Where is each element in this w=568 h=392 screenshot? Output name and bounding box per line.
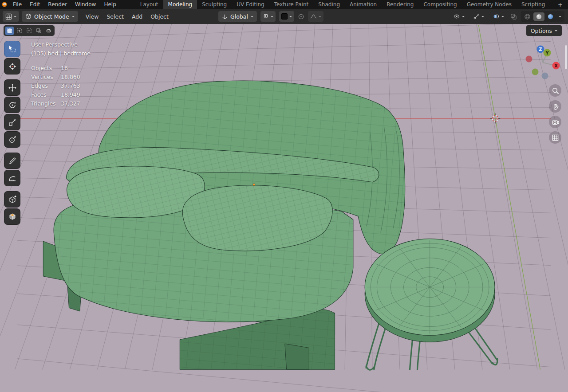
menu-window[interactable]: Window (71, 0, 100, 9)
tab-shading[interactable]: Shading (313, 0, 345, 9)
ortho-toggle-button[interactable] (549, 131, 561, 144)
grid-icon (552, 134, 559, 141)
tool-measure[interactable] (4, 170, 20, 186)
breadcrumb: (135) bed | bedframe (31, 49, 91, 58)
transform-orientation-dropdown[interactable]: Global (218, 11, 257, 22)
menu-view[interactable]: View (82, 9, 103, 24)
tab-rendering[interactable]: Rendering (382, 0, 418, 9)
menu-help[interactable]: Help (100, 0, 120, 9)
select-mode-invert[interactable] (35, 27, 43, 35)
svg-text:Z: Z (539, 47, 542, 52)
stat-edges: Edges37,763 (31, 82, 80, 90)
blender-logo-icon[interactable] (0, 0, 9, 9)
select-mode-intersect[interactable] (44, 27, 53, 35)
gizmo-axis-z[interactable]: Z (537, 46, 544, 53)
shading-solid-button[interactable] (533, 12, 544, 21)
tool-select-box[interactable] (4, 41, 20, 57)
tool-shelf (4, 41, 20, 225)
select-mode-set[interactable] (5, 27, 14, 35)
editor-type-button[interactable] (3, 11, 19, 22)
tab-layout[interactable]: Layout (135, 0, 163, 9)
tab-modeling[interactable]: Modeling (163, 0, 197, 9)
viewport-scrollbar[interactable] (565, 45, 567, 69)
move-icon (8, 83, 17, 92)
zoom-button[interactable] (549, 84, 561, 97)
tool-add-cube[interactable] (4, 191, 20, 208)
tool-cursor[interactable] (4, 58, 20, 74)
show-gizmo-dropdown[interactable] (471, 11, 486, 22)
frame-leg-front (285, 344, 309, 369)
menu-edit[interactable]: Edit (26, 0, 44, 9)
tool-options-dropdown[interactable]: Options (526, 25, 562, 36)
bed-model[interactable] (43, 81, 405, 369)
select-mode-extend[interactable] (15, 27, 24, 35)
mode-dropdown[interactable]: Object Mode (22, 11, 78, 22)
options-label: Options (531, 27, 552, 34)
stat-triangles: Triangles37,327 (31, 99, 80, 108)
tool-add-primitive[interactable] (4, 208, 20, 225)
menu-render[interactable]: Render (44, 0, 71, 9)
scale-icon (8, 118, 17, 127)
menu-file[interactable]: File (9, 0, 26, 9)
overlays-icon (493, 13, 500, 20)
add-cube-icon (8, 195, 17, 204)
shading-material-button[interactable] (545, 12, 556, 21)
magnifier-icon (552, 87, 559, 94)
stat-objects: Objects16 (31, 64, 80, 73)
gizmo-axis-neg-z[interactable] (542, 73, 548, 79)
tab-sculpting[interactable]: Sculpting (197, 0, 232, 9)
perspective-label: User Perspective (31, 40, 91, 49)
tool-rotate[interactable] (4, 97, 20, 113)
pan-button[interactable] (549, 100, 561, 113)
camera-icon (552, 118, 559, 126)
cursor-3d-icon (8, 62, 17, 71)
menu-object[interactable]: Object (146, 9, 173, 24)
proportional-editing-toggle[interactable] (298, 13, 304, 20)
tool-transform[interactable] (4, 131, 20, 148)
topbar: File Edit Render Window Help Layout Mode… (0, 0, 568, 9)
add-workspace-button[interactable]: + (552, 1, 568, 8)
select-mode-bar (4, 25, 55, 36)
object-mode-icon (25, 13, 32, 20)
tab-uv-editing[interactable]: UV Editing (232, 0, 269, 9)
gizmo-axis-neg-x[interactable] (526, 56, 532, 63)
gizmo-arrow-icon (473, 13, 480, 20)
orientation-label: Global (230, 13, 248, 20)
show-overlays-dropdown[interactable] (490, 11, 506, 22)
pivot-swatch-icon (281, 13, 288, 20)
eye-icon (453, 13, 460, 20)
viewport-canvas[interactable] (0, 24, 568, 392)
camera-view-button[interactable] (549, 116, 561, 128)
menu-add[interactable]: Add (128, 9, 146, 24)
xray-toggle[interactable] (510, 13, 517, 20)
hand-icon (552, 103, 559, 110)
menu-select[interactable]: Select (103, 9, 128, 24)
shading-dropdown[interactable] (556, 13, 564, 20)
tool-scale[interactable] (4, 114, 20, 130)
viewport-3d[interactable]: Options (0, 24, 568, 392)
pivot-point-dropdown[interactable] (279, 11, 294, 22)
shading-wireframe-button[interactable] (522, 12, 533, 21)
stool-model[interactable] (365, 239, 497, 370)
tab-scripting[interactable]: Scripting (517, 0, 550, 9)
snapping-controls[interactable] (260, 11, 276, 22)
proportional-falloff-dropdown[interactable] (308, 11, 323, 22)
solid-sphere-icon (536, 13, 542, 20)
tab-animation[interactable]: Animation (345, 0, 382, 9)
tool-move[interactable] (4, 79, 20, 96)
tool-annotate[interactable] (4, 153, 20, 169)
visibility-filter-dropdown[interactable] (451, 11, 467, 22)
gizmo-axis-neg-y[interactable] (532, 69, 539, 75)
viewport-info: User Perspective (135) bed | bedframe (31, 40, 91, 58)
gizmo-axis-x[interactable]: X (552, 62, 560, 70)
gizmo-axis-y[interactable]: Y (544, 49, 551, 57)
tab-geometry-nodes[interactable]: Geometry Nodes (462, 0, 517, 9)
stat-faces: Faces18,949 (31, 90, 80, 99)
header-right-tools (451, 11, 564, 22)
select-mode-subtract[interactable] (25, 27, 33, 35)
navigation-gizmo[interactable]: Z Y X (525, 44, 561, 81)
tab-texture-paint[interactable]: Texture Paint (269, 0, 313, 9)
tab-compositing[interactable]: Compositing (418, 0, 462, 9)
falloff-curve-icon (310, 14, 317, 19)
proportional-circle-icon (298, 13, 304, 20)
